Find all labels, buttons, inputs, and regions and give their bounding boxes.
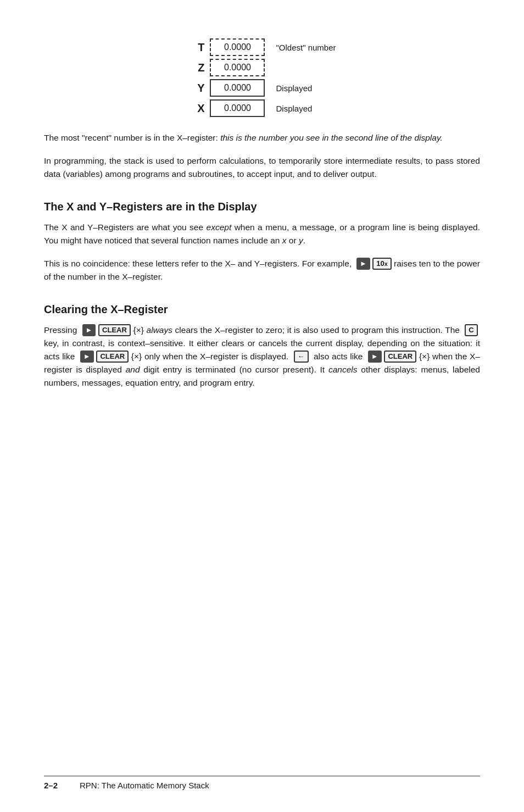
section2-para-h: digit entry is terminated (no cursor pre… bbox=[140, 365, 328, 374]
section1-para1-d: . bbox=[303, 236, 305, 245]
shift-key-4[interactable]: ► bbox=[368, 351, 382, 363]
backspace-key-1[interactable]: ← bbox=[294, 351, 309, 363]
shift-key-2[interactable]: ► bbox=[82, 324, 96, 336]
register-label-t: T bbox=[188, 41, 204, 54]
section1-heading: The X and Y–Registers are in the Display bbox=[44, 201, 480, 213]
clear-key-1[interactable]: CLEAR bbox=[98, 324, 131, 336]
register-box-z: 0.0000 bbox=[210, 59, 265, 76]
clear-key-3[interactable]: CLEAR bbox=[384, 351, 416, 363]
section2-para-e: {×} only when the X–register is displaye… bbox=[129, 352, 288, 361]
register-desc-t: "Oldest" number bbox=[276, 43, 336, 52]
section2-heading: Clearing the X–Register bbox=[44, 303, 480, 316]
register-label-z: Z bbox=[188, 62, 204, 74]
paragraph-2: In programming, the stack is used to per… bbox=[44, 154, 480, 181]
section1-para1: The X and Y–Registers are what you see e… bbox=[44, 221, 480, 247]
section2-para-c: clears the X–register to zero; it is als… bbox=[172, 325, 460, 335]
section2-and: and bbox=[126, 365, 140, 374]
register-desc-y: Displayed bbox=[276, 84, 312, 93]
c-key-1[interactable]: C bbox=[465, 324, 477, 336]
section2-always: always bbox=[147, 325, 172, 335]
stack-row-t: T 0.0000 "Oldest" number bbox=[188, 38, 336, 56]
shift-key-1[interactable]: ► bbox=[356, 258, 370, 270]
page-footer: 2–2 RPN: The Automatic Memory Stack bbox=[44, 776, 480, 790]
section1-except: except bbox=[207, 223, 232, 232]
para1-text: The most "recent" number is in the X–reg… bbox=[44, 133, 220, 142]
section1-y: y bbox=[299, 236, 303, 245]
register-label-y: Y bbox=[188, 82, 204, 94]
section1-para2: This is no coincidence: these letters re… bbox=[44, 257, 480, 283]
ten-power-key-1[interactable]: 10x bbox=[372, 258, 392, 270]
footer-page-number: 2–2 bbox=[44, 781, 58, 790]
main-content: T 0.0000 "Oldest" number Z 0.0000 Y 0.00… bbox=[44, 38, 480, 390]
paragraph-1: The most "recent" number is in the X–reg… bbox=[44, 131, 480, 144]
shift-key-3[interactable]: ► bbox=[80, 351, 94, 363]
section1-para2-a: This is no coincidence: these letters re… bbox=[44, 259, 352, 268]
footer-title: RPN: The Automatic Memory Stack bbox=[80, 781, 209, 790]
section1-para1-a: The X and Y–Registers are what you see bbox=[44, 223, 207, 232]
clear-key-2[interactable]: CLEAR bbox=[96, 351, 129, 363]
register-desc-x: Displayed bbox=[276, 104, 312, 113]
stack-diagram: T 0.0000 "Oldest" number Z 0.0000 Y 0.00… bbox=[44, 38, 480, 118]
para1-italic: this is the number you see in the second… bbox=[220, 133, 443, 142]
section2-para-a: Pressing bbox=[44, 325, 77, 335]
section1-para1-c: or bbox=[286, 236, 298, 245]
stack-row-x: X 0.0000 Displayed bbox=[188, 99, 336, 117]
stack-row-y: Y 0.0000 Displayed bbox=[188, 79, 336, 97]
register-box-t: 0.0000 bbox=[210, 38, 265, 56]
register-label-x: X bbox=[188, 102, 204, 115]
register-box-x: 0.0000 bbox=[210, 99, 265, 117]
section2-para: Pressing ► CLEAR {×} always clears the X… bbox=[44, 324, 480, 390]
section2-para-f: also acts like bbox=[314, 352, 363, 361]
section2-cancels: cancels bbox=[328, 365, 358, 374]
section2-para-b: {×} bbox=[131, 325, 147, 335]
register-box-y: 0.0000 bbox=[210, 79, 265, 97]
stack-row-z: Z 0.0000 bbox=[188, 59, 336, 76]
